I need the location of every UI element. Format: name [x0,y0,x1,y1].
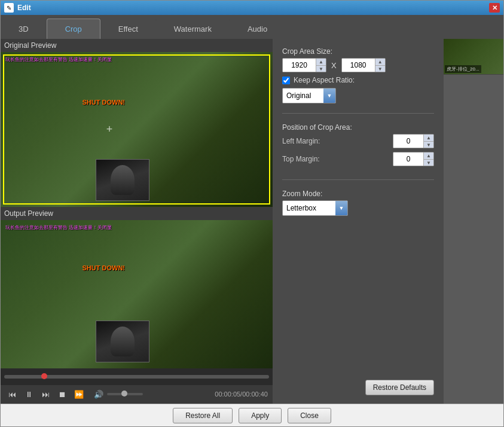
zoom-mode-label: Zoom Mode: [282,190,434,198]
bottom-bar: Restore All Apply Close [1,404,503,426]
crop-height-input[interactable]: ▲ ▼ [341,58,386,72]
stop-button[interactable]: ⏹ [56,388,69,401]
zoom-mode-arrow-icon[interactable]: ▼ [335,201,347,215]
thumbnail-item[interactable]: 虎牙-排位_20... [444,39,503,75]
left-margin-down[interactable]: ▼ [424,141,433,148]
restore-all-button[interactable]: Restore All [173,408,233,423]
titlebar: ✎ Edit ✕ [1,1,503,15]
left-margin-up[interactable]: ▲ [424,135,433,141]
output-player-cam [96,321,149,362]
timeline-knob[interactable] [41,373,47,379]
output-preview-frame: 玩长鱼的注意如去那里有警告 迅速加速量！关闭显 SHUT DOWN! [1,220,273,369]
crop-position-section: Position of Crop Area: Left Margin: ▲ ▼ … [282,123,434,170]
zoom-mode-select[interactable]: Letterbox Pan & Scan Full [283,202,335,214]
volume-icon: 🔊 [94,390,103,399]
left-margin-row: Left Margin: ▲ ▼ [282,134,434,148]
output-game-preview: 玩长鱼的注意如去那里有警告 迅速加速量！关闭显 SHUT DOWN! [1,220,273,369]
playback-controls: ⏮ ⏸ ⏭ ⏹ ⏩ 🔊 00:00:05/00:00:40 [1,385,273,404]
zoom-mode-select-wrap[interactable]: Letterbox Pan & Scan Full ▼ [282,200,348,216]
thumbnail-strip: 虎牙-排位_20... [444,39,503,404]
main-window: ✎ Edit ✕ 3D Crop Effect Watermark Audio … [0,0,504,427]
top-margin-down[interactable]: ▼ [424,159,433,166]
left-margin-arrows: ▲ ▼ [423,135,433,148]
step-forward-button[interactable]: ⏭ [39,388,52,401]
timeline-slider[interactable] [4,375,269,379]
top-margin-arrows: ▲ ▼ [423,152,433,166]
close-button[interactable]: ✕ [489,3,500,13]
time-display: 00:00:05/00:00:40 [215,391,268,398]
content-area: Original Preview 玩长鱼的注意如去那里有警告 迅速加速量！关闭显… [1,39,503,404]
crop-size-inputs: ▲ ▼ X ▲ ▼ [282,58,434,72]
divider-2 [282,179,434,180]
original-game-preview: 玩长鱼的注意如去那里有警告 迅速加速量！关闭显 SHUT DOWN! + [1,52,273,207]
left-margin-field[interactable] [393,135,423,148]
keep-aspect-label: Keep Aspect Ratio: [294,76,355,84]
output-hud-text: 玩长鱼的注意如去那里有警告 迅速加速量！关闭显 [5,225,112,231]
apply-button[interactable]: Apply [239,408,282,423]
crop-area-size-label: Crop Area Size: [282,47,434,56]
crop-width-down[interactable]: ▼ [316,65,326,72]
tab-3d[interactable]: 3D [1,19,47,39]
x-separator: X [331,61,337,70]
crop-height-arrows: ▲ ▼ [375,59,385,72]
top-margin-up[interactable]: ▲ [424,152,433,159]
crop-position-label: Position of Crop Area: [282,123,434,132]
divider-1 [282,113,434,114]
left-margin-input[interactable]: ▲ ▼ [393,134,434,148]
rewind-button[interactable]: ⏮ [5,388,19,401]
tab-audio[interactable]: Audio [230,19,285,39]
app-icon: ✎ [4,3,14,13]
top-margin-label: Top Margin: [282,155,336,163]
keep-aspect-row: Keep Aspect Ratio: [282,76,434,84]
crop-width-input[interactable]: ▲ ▼ [282,58,326,72]
aspect-ratio-arrow-icon[interactable]: ▼ [323,89,335,103]
output-preview-label: Output Preview [1,207,273,220]
thumbnail-label: 虎牙-排位_20... [445,65,481,73]
original-preview-frame: 玩长鱼的注意如去那里有警告 迅速加速量！关闭显 SHUT DOWN! + [1,52,273,207]
tab-effect[interactable]: Effect [100,19,156,39]
player-cam-overlay [96,159,149,201]
top-margin-row: Top Margin: ▲ ▼ [282,152,434,166]
crop-height-down[interactable]: ▼ [375,65,385,72]
crop-width-arrows: ▲ ▼ [316,59,326,72]
original-preview-label: Original Preview [1,39,273,52]
crop-height-up[interactable]: ▲ [375,59,385,65]
hud-text: 玩长鱼的注意如去那里有警告 迅速加速量！关闭显 [5,57,112,63]
next-button[interactable]: ⏩ [72,388,85,401]
tab-watermark[interactable]: Watermark [156,19,230,39]
tab-bar: 3D Crop Effect Watermark Audio [1,15,503,39]
top-margin-input[interactable]: ▲ ▼ [393,152,434,166]
left-margin-label: Left Margin: [282,137,336,145]
aspect-ratio-select[interactable]: Original 16:9 4:3 1:1 [283,90,323,102]
crosshair-icon: + [106,123,113,136]
preview-area: Original Preview 玩长鱼的注意如去那里有警告 迅速加速量！关闭显… [1,39,273,404]
close-button-bottom[interactable]: Close [288,408,331,423]
restore-defaults-button[interactable]: Restore Defaults [365,380,434,395]
shutdown-text: SHUT DOWN! [83,99,126,106]
keep-aspect-checkbox[interactable] [282,77,290,84]
right-panel: Crop Area Size: ▲ ▼ X ▲ ▼ [273,39,444,404]
aspect-ratio-select-wrap[interactable]: Original 16:9 4:3 1:1 ▼ [282,88,336,103]
tab-crop[interactable]: Crop [47,19,100,39]
window-title: Edit [17,4,489,12]
output-shutdown-text: SHUT DOWN! [83,264,126,272]
timeline-bar [1,368,273,385]
crop-height-field[interactable] [342,59,375,72]
crop-width-up[interactable]: ▲ [316,59,326,65]
zoom-mode-section: Zoom Mode: Letterbox Pan & Scan Full ▼ [282,190,434,216]
top-margin-field[interactable] [393,152,423,166]
volume-knob[interactable] [121,391,127,396]
crop-area-size-section: Crop Area Size: ▲ ▼ X ▲ ▼ [282,47,434,103]
volume-slider[interactable] [107,393,143,395]
pause-button[interactable]: ⏸ [22,388,35,401]
crop-width-field[interactable] [283,59,316,72]
